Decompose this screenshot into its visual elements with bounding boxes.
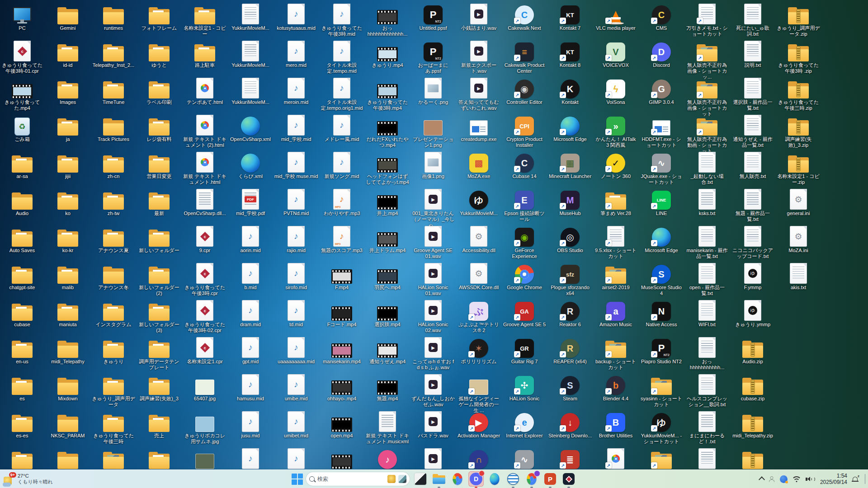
desktop-icon[interactable]: ↗無人販売不正行為 動画 - ショートカット xyxy=(686,114,728,154)
desktop-icon[interactable]: ▶001_東北きりたん（ノーマル）_今しゃ… xyxy=(412,188,454,228)
desktop-icon[interactable]: M↗MuseHub xyxy=(549,188,591,216)
desktop-icon[interactable]: 画像1.png xyxy=(412,151,454,179)
desktop-icon[interactable]: インスタグラム xyxy=(93,299,134,328)
desktop-icon[interactable]: Audio.zip xyxy=(732,336,774,365)
desktop-icon[interactable]: ゆ↗YukkuriMovieM... - ショートカット xyxy=(641,410,682,445)
taskbar-explorer-button[interactable] xyxy=(431,471,447,487)
desktop-icon[interactable]: ↗VLC media player xyxy=(595,3,637,31)
desktop-icon[interactable]: ↗ xyxy=(595,447,637,470)
desktop-icon[interactable] xyxy=(93,447,134,470)
desktop-icon[interactable]: ↗backup - ショートカット xyxy=(595,336,637,371)
desktop-icon[interactable]: ♪PVTNd.mid xyxy=(275,188,317,216)
desktop-icon[interactable]: ar-sa xyxy=(1,151,43,179)
desktop-icon[interactable]: ♪mero.mid xyxy=(275,40,317,68)
desktop-icon[interactable]: ヘルスコンプレッション__歌詞.txt xyxy=(686,373,728,408)
desktop-icon[interactable]: 名称未設定1 - コピー.zip xyxy=(778,151,819,185)
desktop-icon[interactable]: PNT2↗Piapro Studio NT2 xyxy=(641,336,682,365)
desktop-icon[interactable]: ⚙AWSSDK.Core.dll xyxy=(458,262,500,291)
desktop-icon[interactable]: 路上駐車 xyxy=(184,40,226,68)
desktop-icon[interactable]: c名称未設定1.cpr xyxy=(184,336,226,365)
taskbar-edge-button[interactable] xyxy=(487,471,502,487)
desktop-icon[interactable]: だれだFXいれたやつ.mp4 xyxy=(367,114,408,148)
desktop-icon[interactable]: manisekarin.mp4 xyxy=(321,336,363,365)
desktop-icon[interactable]: 新しいフォルダー xyxy=(138,225,180,253)
desktop-icon[interactable]: ✶↗ポリリリリズム xyxy=(458,336,500,365)
desktop-icon[interactable]: ♪タイトル未設定.tempo.orig1.mid xyxy=(321,77,363,111)
desktop-icon[interactable]: ▶こってゅh d すお f d s b ふぉ.wav xyxy=(412,336,454,371)
desktop-icon[interactable]: B↗Brother Utilities xyxy=(595,410,637,439)
desktop-icon[interactable]: ♪ xyxy=(367,447,408,470)
desktop-icon[interactable]: ♪MP3わかりやす.mp3 xyxy=(321,188,363,216)
desktop-icon[interactable]: R↗REAPER (x64) xyxy=(549,336,591,365)
desktop-icon[interactable]: Gemini xyxy=(47,3,89,31)
desktop-icon[interactable]: ♪メドレー風.mid xyxy=(321,114,363,142)
desktop-icon[interactable]: くらび.xml xyxy=(230,151,271,179)
desktop-icon[interactable]: TimeTune xyxy=(93,77,134,105)
desktop-icon[interactable]: ↗筆まめ Ver.28 xyxy=(595,188,637,216)
desktop-icon[interactable]: jijii xyxy=(47,151,89,179)
desktop-icon[interactable]: en-us xyxy=(1,336,43,365)
desktop-icon[interactable]: maniuta xyxy=(47,299,89,328)
desktop-icon[interactable]: K↗Kontakt xyxy=(549,77,591,105)
desktop-icon[interactable]: YukkuriMovieM... xyxy=(230,3,271,31)
desktop-icon[interactable]: akis.txt xyxy=(778,262,819,291)
desktop-icon[interactable]: ↗Google Chrome xyxy=(504,262,545,291)
desktop-icon[interactable]: cきゅうり食ってた午後3時-01.cpr xyxy=(1,40,43,74)
desktop-icon[interactable]: c9.cpr xyxy=(184,225,226,253)
desktop-icon[interactable]: 最新 xyxy=(138,188,180,216)
desktop-icon[interactable]: ぷ↗ぷよぷよ™テトリス® 2 xyxy=(458,299,500,333)
desktop-icon[interactable]: ▶HALion Sonic 01.wav xyxy=(412,262,454,296)
desktop-icon[interactable]: D↗Discord xyxy=(641,40,682,68)
desktop-icon[interactable] xyxy=(686,447,728,470)
desktop-icon[interactable]: cきゅうり食ってた午後3時-02.cpr xyxy=(184,299,226,333)
desktop-icon[interactable]: きゅうりボカコレ用サムネ.jpg xyxy=(184,410,226,445)
desktop-icon[interactable]: ♪hamusu.mid xyxy=(230,373,271,402)
desktop-icon[interactable]: ♪mid_学校 muse.mid xyxy=(275,151,317,179)
desktop-icon[interactable]: ⚙general.ini xyxy=(778,188,819,216)
desktop-icon[interactable]: runtimes xyxy=(93,3,134,31)
desktop-icon[interactable]: ♪uaaaaaaaaa.mid xyxy=(275,336,317,365)
desktop-icon[interactable]: Track Pictures xyxy=(93,114,134,142)
desktop-icon[interactable] xyxy=(138,447,180,470)
desktop-icon[interactable]: YukkuriMovieM... xyxy=(230,40,271,68)
desktop-icon[interactable]: 通知うぜえ - 親作品一覧.txt xyxy=(732,114,774,148)
desktop-icon[interactable]: ↗Microsoft Edge xyxy=(641,225,682,253)
desktop-icon[interactable]: ⚙Accessibility.dll xyxy=(458,225,500,253)
desktop-icon[interactable]: 新規 テキスト ドキュメント.html xyxy=(184,151,226,185)
desktop-icon[interactable]: C↗Cubase 14 xyxy=(504,151,545,179)
desktop-icon[interactable]: ニコニコバックアップコード.txt xyxy=(732,225,774,259)
desktop-icon[interactable]: ♪gpt.mid xyxy=(230,336,271,365)
desktop-icon[interactable]: ▶小銭詰まり.wav xyxy=(458,3,500,31)
desktop-icon[interactable]: R↗Reaktor 6 xyxy=(549,299,591,328)
desktop-icon[interactable]: S↗Steam xyxy=(549,373,591,402)
desktop-icon[interactable]: 選択肢.mp4 xyxy=(367,299,408,328)
desktop-icon[interactable]: ♪b.mid xyxy=(230,262,271,291)
desktop-icon[interactable]: ↗孤独なインディーゲーム開発者の一生 ... xyxy=(458,373,500,413)
desktop-icon[interactable]: ♪sirofo.mid xyxy=(275,262,317,291)
desktop-icon[interactable]: ↗無人販売不正行為 画像 - ショートカット xyxy=(686,77,728,117)
desktop-icon[interactable]: ohhayo-.mp4 xyxy=(321,373,363,402)
desktop-icon[interactable]: cubase xyxy=(1,299,43,328)
desktop-icon[interactable]: ♪meroin.mid xyxy=(275,77,317,105)
desktop-icon[interactable]: ↗syasinn - ショートカット xyxy=(641,373,682,408)
desktop-icon[interactable]: きゅうり食ってた午後3時.mp4 xyxy=(367,77,408,111)
desktop-icon[interactable]: ♪kotusytuaaus.mid xyxy=(275,3,317,31)
taskbar-cubase-button[interactable] xyxy=(561,471,576,487)
start-button[interactable] xyxy=(292,474,303,485)
desktop-icon[interactable]: ∿↗JQuake.exe - ショートカット xyxy=(641,151,682,185)
desktop-icon[interactable]: ↗9.5.xlsx - ショートカット xyxy=(595,225,637,259)
desktop-icon[interactable]: G↗GIMP 3.0.4 xyxy=(641,77,682,105)
desktop-icon[interactable]: id-id xyxy=(47,40,89,68)
desktop-icon[interactable]: きゅうり食ってた午後3時 .zip xyxy=(778,40,819,74)
desktop-icon[interactable]: まにまにわーるど！.txt xyxy=(686,410,728,445)
taskbar-thumbnail-icon[interactable] xyxy=(413,471,428,487)
desktop-icon[interactable]: malib xyxy=(47,262,89,291)
desktop-icon[interactable]: 新規 テキスト ドキュメント (2).html xyxy=(184,114,226,148)
desktop-icon[interactable]: E↗Epson 接続診断ツール xyxy=(504,188,545,222)
desktop-icon[interactable]: es-es xyxy=(1,410,43,439)
desktop-icon[interactable]: V↗VOICEVOX xyxy=(595,40,637,68)
desktop-icon[interactable]: 調声練習(失敗)_3 xyxy=(138,373,180,402)
desktop-icon[interactable]: ♪rajio.mid xyxy=(275,225,317,253)
desktop-icon[interactable]: ◉↗Controller Editor xyxy=(504,77,545,105)
desktop-icon[interactable]: ♪umibet.mid xyxy=(275,410,317,439)
